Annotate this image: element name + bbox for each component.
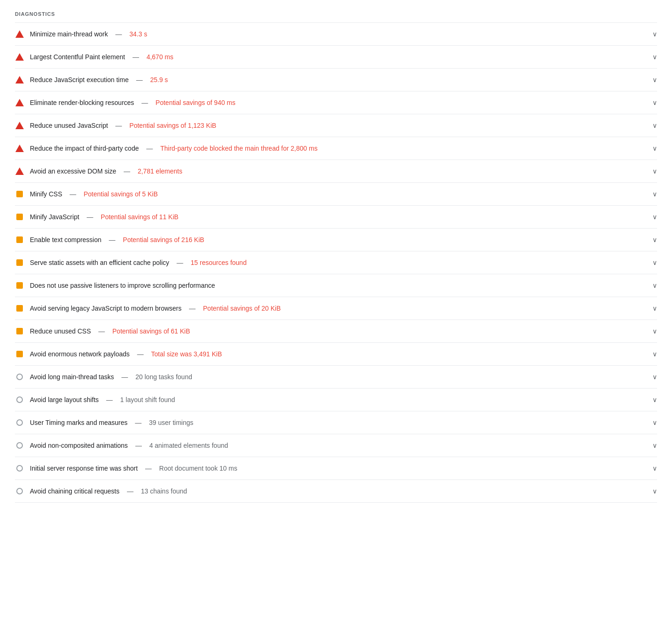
medium-icon — [15, 349, 24, 359]
audit-detail: Potential savings of 5 KiB — [84, 190, 158, 198]
separator: — — [87, 213, 93, 221]
audit-item-unused-css[interactable]: Reduce unused CSS — Potential savings of… — [15, 320, 657, 343]
medium-icon — [15, 326, 24, 336]
audit-item-third-party-code[interactable]: Reduce the impact of third-party code — … — [15, 137, 657, 160]
separator: — — [135, 442, 142, 449]
separator: — — [137, 350, 144, 358]
audit-item-largest-contentful-paint[interactable]: Largest Contentful Paint element — 4,670… — [15, 46, 657, 69]
audit-label: Largest Contentful Paint element — [30, 53, 125, 61]
audit-label: Eliminate render-blocking resources — [30, 99, 134, 106]
info-icon — [15, 486, 24, 496]
audit-item-long-main-thread-tasks[interactable]: Avoid long main-thread tasks — 20 long t… — [15, 366, 657, 389]
chevron-down-icon[interactable]: ∨ — [652, 419, 657, 426]
chevron-down-icon[interactable]: ∨ — [652, 259, 657, 266]
chevron-down-icon[interactable]: ∨ — [652, 373, 657, 381]
audit-item-minify-js[interactable]: Minify JavaScript — Potential savings of… — [15, 206, 657, 229]
audit-label: Avoid serving legacy JavaScript to moder… — [30, 305, 182, 312]
separator: — — [106, 396, 113, 403]
audit-label: User Timing marks and measures — [30, 419, 127, 426]
audit-item-network-payloads[interactable]: Avoid enormous network payloads — Total … — [15, 343, 657, 366]
audit-item-text-compression[interactable]: Enable text compression — Potential savi… — [15, 229, 657, 251]
chevron-down-icon[interactable]: ∨ — [652, 465, 657, 472]
audit-item-passive-listeners[interactable]: Does not use passive listeners to improv… — [15, 274, 657, 297]
chevron-down-icon[interactable]: ∨ — [652, 213, 657, 221]
audit-detail: Root document took 10 ms — [159, 465, 237, 472]
chevron-down-icon[interactable]: ∨ — [652, 305, 657, 312]
audit-detail: 2,781 elements — [138, 167, 182, 175]
audit-item-minimize-main-thread[interactable]: Minimize main-thread work — 34.3 s∨ — [15, 23, 657, 46]
warning-icon — [15, 75, 24, 84]
chevron-down-icon[interactable]: ∨ — [652, 350, 657, 358]
audit-item-left: Eliminate render-blocking resources — Po… — [15, 98, 645, 107]
chevron-down-icon[interactable]: ∨ — [652, 282, 657, 289]
audit-label: Avoid chaining critical requests — [30, 487, 119, 495]
chevron-down-icon[interactable]: ∨ — [652, 145, 657, 152]
medium-icon — [15, 304, 24, 313]
audit-detail: Potential savings of 940 ms — [155, 99, 235, 106]
audit-label: Avoid long main-thread tasks — [30, 373, 114, 381]
warning-icon — [15, 144, 24, 153]
chevron-down-icon[interactable]: ∨ — [652, 190, 657, 198]
audit-item-left: Avoid long main-thread tasks — 20 long t… — [15, 372, 645, 382]
audit-label: Avoid an excessive DOM size — [30, 167, 116, 175]
audit-label: Avoid enormous network payloads — [30, 350, 130, 358]
audit-item-reduce-unused-js[interactable]: Reduce unused JavaScript — Potential sav… — [15, 114, 657, 137]
audit-detail: 15 resources found — [191, 259, 247, 266]
warning-icon — [15, 121, 24, 130]
audit-item-left: Minify JavaScript — Potential savings of… — [15, 212, 645, 222]
separator: — — [115, 30, 122, 38]
chevron-down-icon[interactable]: ∨ — [652, 442, 657, 449]
audit-item-left: Initial server response time was short —… — [15, 464, 645, 473]
warning-icon — [15, 52, 24, 62]
audit-item-non-composited-animations[interactable]: Avoid non-composited animations — 4 anim… — [15, 434, 657, 457]
chevron-down-icon[interactable]: ∨ — [652, 53, 657, 61]
audit-label: Minimize main-thread work — [30, 30, 108, 38]
audit-item-eliminate-render-blocking[interactable]: Eliminate render-blocking resources — Po… — [15, 91, 657, 114]
audit-detail: Potential savings of 11 KiB — [101, 213, 179, 221]
audit-item-reduce-js-execution[interactable]: Reduce JavaScript execution time — 25.9 … — [15, 69, 657, 91]
audit-label: Avoid non-composited animations — [30, 442, 128, 449]
audit-item-left: Minimize main-thread work — 34.3 s — [15, 29, 645, 39]
audit-detail: Total size was 3,491 KiB — [151, 350, 222, 358]
audit-item-server-response-time[interactable]: Initial server response time was short —… — [15, 457, 657, 480]
chevron-down-icon[interactable]: ∨ — [652, 122, 657, 129]
chevron-down-icon[interactable]: ∨ — [652, 236, 657, 243]
separator: — — [109, 236, 115, 243]
audit-label: Does not use passive listeners to improv… — [30, 282, 215, 289]
audit-item-left: Avoid serving legacy JavaScript to moder… — [15, 304, 645, 313]
separator: — — [141, 99, 148, 106]
chevron-down-icon[interactable]: ∨ — [652, 76, 657, 83]
audit-label: Reduce unused CSS — [30, 327, 91, 335]
medium-icon — [15, 281, 24, 290]
chevron-down-icon[interactable]: ∨ — [652, 487, 657, 495]
audit-detail: 4 animated elements found — [149, 442, 228, 449]
audit-item-legacy-js[interactable]: Avoid serving legacy JavaScript to moder… — [15, 297, 657, 320]
audit-item-left: Does not use passive listeners to improv… — [15, 281, 645, 290]
audit-label: Initial server response time was short — [30, 465, 138, 472]
separator: — — [124, 167, 130, 175]
chevron-down-icon[interactable]: ∨ — [652, 99, 657, 106]
audit-item-left: Reduce unused CSS — Potential savings of… — [15, 326, 645, 336]
audit-item-left: Reduce the impact of third-party code — … — [15, 144, 645, 153]
separator: — — [146, 145, 153, 152]
audit-item-minify-css[interactable]: Minify CSS — Potential savings of 5 KiB∨ — [15, 183, 657, 206]
audit-detail: Potential savings of 1,123 KiB — [129, 122, 216, 129]
audit-item-left: Largest Contentful Paint element — 4,670… — [15, 52, 645, 62]
chevron-down-icon[interactable]: ∨ — [652, 167, 657, 175]
audit-item-large-layout-shifts[interactable]: Avoid large layout shifts — 1 layout shi… — [15, 389, 657, 411]
audit-item-left: Enable text compression — Potential savi… — [15, 235, 645, 244]
audit-item-chaining-critical-requests[interactable]: Avoid chaining critical requests — 13 ch… — [15, 480, 657, 503]
audit-item-user-timing[interactable]: User Timing marks and measures — 39 user… — [15, 411, 657, 434]
chevron-down-icon[interactable]: ∨ — [652, 396, 657, 403]
separator: — — [135, 419, 141, 426]
audit-item-dom-size[interactable]: Avoid an excessive DOM size — 2,781 elem… — [15, 160, 657, 183]
audit-label: Minify JavaScript — [30, 213, 79, 221]
audit-item-cache-policy[interactable]: Serve static assets with an efficient ca… — [15, 251, 657, 274]
chevron-down-icon[interactable]: ∨ — [652, 327, 657, 335]
warning-icon — [15, 29, 24, 39]
audit-detail: 34.3 s — [129, 30, 147, 38]
medium-icon — [15, 212, 24, 222]
chevron-down-icon[interactable]: ∨ — [652, 30, 657, 38]
audit-item-left: Avoid non-composited animations — 4 anim… — [15, 441, 645, 450]
audit-label: Enable text compression — [30, 236, 101, 243]
